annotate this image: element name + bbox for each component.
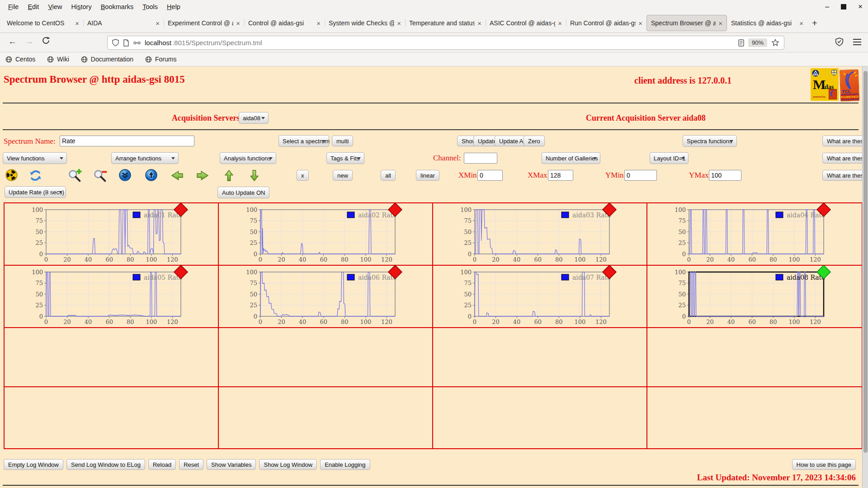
menu-tools[interactable]: Tools [138,1,162,12]
select-spectrum-dropdown[interactable]: Select a spectrum [278,135,329,147]
refresh-button[interactable] [29,169,42,184]
new-button[interactable]: new [333,170,353,181]
gallery-cell-aida06[interactable]: 0204060801001200255075100aida06 Rate [219,266,433,328]
hamburger-menu-icon[interactable] [853,38,862,47]
move-left-button[interactable] [170,169,184,184]
acquisition-server-select[interactable]: aida08 [239,112,269,124]
zoom-in-button[interactable] [68,169,82,185]
ymin-input[interactable] [624,170,657,181]
browser-tab-9[interactable]: Spectrum Browser @ ai× [646,15,727,31]
gallery-cell-aida08[interactable]: 0204060801001200255075100aida08 Rate [647,266,862,328]
what-are-these-button-2[interactable]: What are these? [822,153,862,164]
browser-tab-8[interactable]: Run Control @ aidas-gsi× [566,15,646,31]
channel-input[interactable] [464,153,497,164]
url-bar[interactable]: localhost:8015/Spectrum/Spectrum.tml 90% [107,36,784,50]
move-right-button[interactable] [196,169,210,184]
gallery-cell-aida02[interactable]: 0204060801001200255075100aida02 Rate [219,203,433,266]
tab-close-icon[interactable]: × [316,19,321,27]
gallery-cell-aida04[interactable]: 0204060801001200255075100aida04 Rate [647,203,862,266]
arrange-functions-dropdown[interactable]: Arrange functions [111,152,179,164]
auto-update-button[interactable]: Auto Update ON [217,187,269,198]
expand-down-button[interactable] [248,169,260,184]
zero-radioactive-button[interactable] [5,169,18,183]
gallery-cell-aida03[interactable]: 0204060801001200255075100aida03 Rate [433,203,647,266]
layout-id-dropdown[interactable]: Layout ID=1 [650,152,689,164]
ymax-input[interactable] [709,170,741,181]
maximize-icon[interactable] [841,4,846,9]
tags-fits-dropdown[interactable]: Tags & Fits [326,152,364,164]
page-icon[interactable] [123,39,129,47]
what-are-these-button-1[interactable]: What are these? [822,136,862,146]
empty-log-window-button[interactable]: Empty Log Window [4,459,63,470]
analysis-functions-dropdown[interactable]: Analysis functions [220,152,276,164]
menu-help[interactable]: Help [162,1,185,12]
page-scrollbar[interactable] [862,66,868,488]
x-axis-button[interactable]: x [297,170,309,181]
browser-tab-7[interactable]: ASIC Control @ aidas-g× [486,15,566,31]
expand-up-button[interactable] [223,169,235,184]
linear-button[interactable]: linear [416,170,439,181]
spectra-functions-dropdown[interactable]: Spectra functions [683,135,737,147]
zero-button[interactable]: Zero [524,136,545,146]
reset-button[interactable]: Reset [179,459,203,470]
minimize-icon[interactable]: – [825,5,829,9]
browser-tab-4[interactable]: Control @ aidas-gsi× [244,15,325,31]
browser-tab-5[interactable]: System wide Checks @× [325,15,405,31]
tab-close-icon[interactable]: × [75,19,79,27]
shift-up-button[interactable] [145,169,157,183]
permissions-icon[interactable] [133,40,141,46]
menu-history[interactable]: History [67,1,96,12]
close-icon[interactable]: × [858,2,863,11]
bookmark-wiki[interactable]: Wiki [47,56,69,63]
reload-button[interactable]: Reload [148,459,176,470]
bookmark-documentation[interactable]: Documentation [81,56,133,63]
menu-view[interactable]: View [43,1,66,12]
scrollbar-thumb[interactable] [863,71,868,453]
tab-close-icon[interactable]: × [638,19,642,27]
browser-tab-1[interactable]: Welcome to CentOS× [3,15,83,31]
view-functions-dropdown[interactable]: View functions [3,152,67,164]
spectrum-name-input[interactable] [60,136,194,146]
xmax-input[interactable] [548,170,573,181]
tab-close-icon[interactable]: × [477,19,481,27]
what-are-these-button-3[interactable]: What are these? [822,170,862,181]
browser-tab-10[interactable]: Statistics @ aidas-gsi× [727,15,807,31]
browser-tab-2[interactable]: AIDA× [83,15,164,31]
tab-close-icon[interactable]: × [558,19,562,27]
shield-icon[interactable] [112,39,119,47]
menu-file[interactable]: File [4,1,23,12]
enable-logging-button[interactable]: Enable Logging [320,459,370,470]
bookmark-star-icon[interactable] [771,39,779,47]
tab-close-icon[interactable]: × [718,19,722,27]
bookmark-centos[interactable]: Centos [5,56,35,63]
bookmark-forums[interactable]: Forums [145,56,176,63]
zoom-out-button[interactable] [93,169,107,185]
update-rate-dropdown[interactable]: Update Rate (8 secs) [5,186,66,198]
gallery-cell-aida05[interactable]: 0204060801001200255075100aida05 Rate [5,266,219,328]
tab-close-icon[interactable]: × [799,19,803,27]
multi-button[interactable]: multi [332,136,353,146]
back-icon[interactable]: ← [8,37,17,47]
menu-edit[interactable]: Edit [23,1,43,12]
menu-bookmarks[interactable]: Bookmarks [96,1,138,12]
xmin-input[interactable] [477,170,503,181]
tab-close-icon[interactable]: × [156,19,160,27]
gallery-cell-aida01[interactable]: 0204060801001200255075100aida01 Rate [5,203,219,266]
tab-close-icon[interactable]: × [397,19,401,27]
reader-mode-icon[interactable] [738,39,744,47]
show-variables-button[interactable]: Show Variables [207,459,256,470]
browser-tab-3[interactable]: Experiment Control @ a× [164,15,244,31]
show-log-window-button[interactable]: Show Log Window [259,459,317,470]
shift-down-button[interactable] [119,169,131,183]
new-tab-button[interactable]: + [807,18,822,28]
reload-icon[interactable] [42,36,50,47]
browser-tab-6[interactable]: Temperature and status× [405,15,486,31]
how-to-use-button[interactable]: How to use this page [792,459,856,470]
tab-close-icon[interactable]: × [236,19,240,27]
gallery-cell-aida07[interactable]: 0204060801001200255075100aida07 Rate [433,266,647,328]
forward-icon[interactable]: → [25,37,33,47]
extension-shield-icon[interactable] [835,38,844,48]
zoom-level-badge[interactable]: 90% [748,38,767,47]
send-log-window-to-elog-button[interactable]: Send Log Window to ELog [66,459,145,470]
number-of-galleries-dropdown[interactable]: Number of Galleries [542,152,600,164]
